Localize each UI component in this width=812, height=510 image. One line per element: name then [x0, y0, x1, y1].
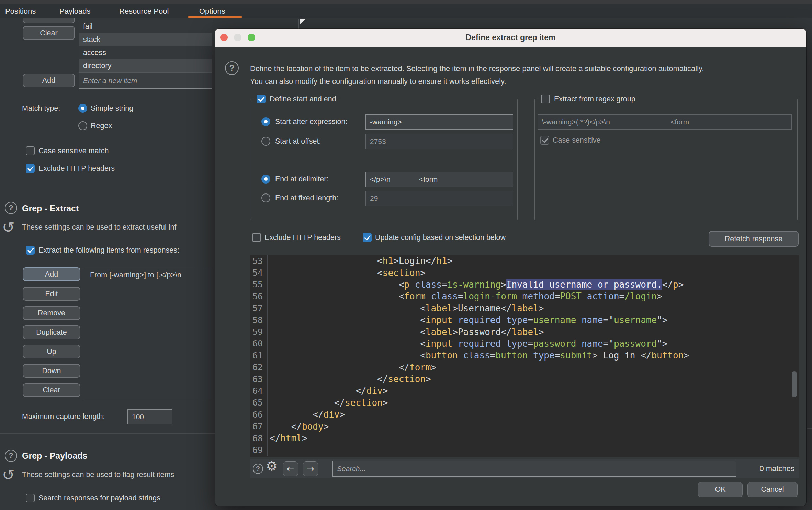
tab-resource-pool[interactable]: Resource Pool [119, 4, 169, 18]
code-line[interactable]: 55 <p class=is-warning>Invalid username … [250, 279, 799, 290]
end-at-fixed-length-field[interactable]: 29 [365, 191, 513, 206]
extract-items-label: Extract the following items from respons… [38, 246, 179, 255]
response-code-viewer[interactable]: 53 <h1>Login</h1>54 <section>55 <p class… [250, 255, 799, 457]
close-button[interactable] [220, 34, 228, 41]
grep-extract-description: These settings can be used to extract us… [22, 223, 176, 232]
code-line[interactable]: 64 </div> [250, 385, 799, 397]
add-item-button[interactable]: Add [23, 74, 75, 87]
help-icon[interactable]: ? [5, 450, 17, 462]
match-type-label: Match type: [22, 104, 60, 113]
update-config-checkbox[interactable] [363, 233, 372, 242]
code-line[interactable]: 58 <input required type=username name="u… [250, 314, 799, 326]
code-line[interactable]: 63 </section> [250, 373, 799, 385]
match-type-regex-label: Regex [91, 122, 112, 130]
search-input[interactable] [332, 461, 736, 477]
new-item-input[interactable] [79, 73, 212, 89]
code-line[interactable]: 66 </div> [250, 409, 799, 420]
regex-pattern-field[interactable]: \-warning>(.*?)</p>\n <form [538, 114, 792, 130]
code-line[interactable]: 59 <label>Password</label> [250, 326, 799, 337]
minimize-button[interactable] [234, 34, 241, 41]
code-line[interactable]: 61 <button class=button type=submit> Log… [250, 350, 799, 361]
search-payload-strings-checkbox[interactable] [26, 494, 35, 502]
section-divider [0, 433, 215, 434]
tab-payloads[interactable]: Payloads [59, 4, 91, 18]
active-tab-underline [188, 16, 242, 18]
define-start-end-label: Define start and end [270, 95, 336, 103]
restore-defaults-icon[interactable]: ↺ [2, 467, 15, 483]
max-capture-label: Maximum capture length: [22, 412, 105, 421]
remove-extract-button[interactable]: Remove [23, 306, 80, 320]
extract-item[interactable]: From [-warning>] to [.</p>\n [85, 267, 212, 279]
end-at-fixed-length-label: End at fixed length: [275, 194, 338, 202]
code-line[interactable]: 65 </section> [250, 397, 799, 409]
grep-payloads-description: These settings can be used to flag resul… [22, 470, 174, 479]
clear-extract-button[interactable]: Clear [23, 383, 80, 397]
restore-defaults-icon[interactable]: ↺ [2, 220, 15, 235]
tab-positions[interactable]: Positions [5, 4, 36, 18]
match-type-simple-string-label: Simple string [91, 104, 133, 113]
ok-button[interactable]: OK [698, 482, 743, 497]
refetch-response-button[interactable]: Refetch response [709, 231, 799, 247]
cancel-button[interactable]: Cancel [747, 482, 798, 497]
case-sensitive-match-label: Case sensitive match [38, 147, 109, 155]
code-line[interactable]: 54 <section> [250, 267, 799, 278]
code-line[interactable]: 67 </body> [250, 420, 799, 432]
grep-extract-title: Grep - Extract [22, 203, 79, 213]
start-after-expression-field[interactable]: -warning> [365, 114, 513, 130]
help-icon[interactable]: ? [225, 61, 239, 75]
update-config-label: Update config based on selection below [375, 233, 506, 242]
code-line[interactable]: 68</html> [250, 432, 799, 444]
add-extract-button[interactable]: Add [23, 267, 80, 281]
dialog-description-line2: You can also modify the configuration ma… [250, 77, 506, 86]
end-at-fixed-length-radio[interactable] [261, 193, 270, 202]
dialog-exclude-http-headers-label: Exclude HTTP headers [264, 233, 341, 242]
duplicate-extract-button[interactable]: Duplicate [23, 325, 80, 339]
define-start-end-group: Define start and end Start after express… [250, 99, 518, 220]
edit-extract-button[interactable]: Edit [23, 287, 80, 301]
define-start-end-checkbox[interactable] [257, 95, 266, 103]
payload-list-item[interactable]: stack [79, 33, 212, 46]
code-line[interactable]: 62 </form> [250, 362, 799, 373]
code-line[interactable]: 60 <input required type=password name="p… [250, 338, 799, 350]
match-list[interactable]: failstackaccessdirectory [79, 20, 212, 73]
up-extract-button[interactable]: Up [23, 345, 80, 358]
gear-icon[interactable]: ⚙ [266, 458, 278, 474]
payload-list-item[interactable]: access [79, 46, 212, 59]
clear-list-button[interactable]: Clear [23, 26, 75, 40]
start-at-offset-radio[interactable] [261, 137, 270, 146]
payload-list-item[interactable]: directory [79, 59, 212, 72]
extract-items-list[interactable]: From [-warning>] to [.</p>\n [85, 267, 212, 399]
code-line[interactable]: 56 <form class=login-form method=POST ac… [250, 290, 799, 302]
help-icon[interactable]: ? [5, 202, 17, 214]
end-at-delimiter-radio[interactable] [261, 175, 270, 184]
code-line[interactable]: 69 [250, 444, 799, 456]
extract-regex-checkbox[interactable] [541, 95, 550, 103]
payload-list-item[interactable]: fail [79, 20, 212, 33]
help-icon[interactable]: ? [253, 464, 263, 474]
zoom-button[interactable] [248, 34, 255, 41]
code-scrollbar[interactable] [792, 371, 797, 397]
end-at-delimiter-field[interactable]: </p>\n<form [365, 172, 513, 187]
dialog-exclude-http-headers-checkbox[interactable] [252, 233, 261, 242]
code-line[interactable]: 57 <label>Username</label> [250, 302, 799, 314]
max-capture-field[interactable]: 100 [127, 409, 172, 424]
regex-case-sensitive-checkbox [540, 136, 549, 145]
previous-match-button[interactable]: ← [283, 461, 298, 476]
next-match-button[interactable]: → [303, 461, 318, 476]
dialog-titlebar[interactable]: Define extract grep item [215, 29, 806, 47]
start-at-offset-field[interactable]: 2753 [365, 134, 513, 149]
dialog-description-line1: Define the location of the item to be ex… [250, 64, 704, 73]
match-type-simple-string-radio[interactable] [78, 104, 87, 113]
panel-divider [298, 19, 299, 29]
regex-case-sensitive-label: Case sensitive [553, 136, 601, 145]
search-bar: ? ⚙ ← → 0 matches [250, 459, 799, 478]
exclude-http-headers-checkbox[interactable] [26, 164, 35, 173]
extract-items-checkbox[interactable] [26, 246, 35, 255]
start-after-expression-label: Start after expression: [275, 118, 347, 126]
define-extract-grep-item-dialog: Define extract grep item ? Define the lo… [215, 29, 806, 506]
down-extract-button[interactable]: Down [23, 364, 80, 378]
code-line[interactable]: 53 <h1>Login</h1> [250, 255, 799, 267]
case-sensitive-match-checkbox[interactable] [26, 146, 35, 155]
start-after-expression-radio[interactable] [261, 117, 270, 126]
match-type-regex-radio[interactable] [78, 121, 87, 130]
